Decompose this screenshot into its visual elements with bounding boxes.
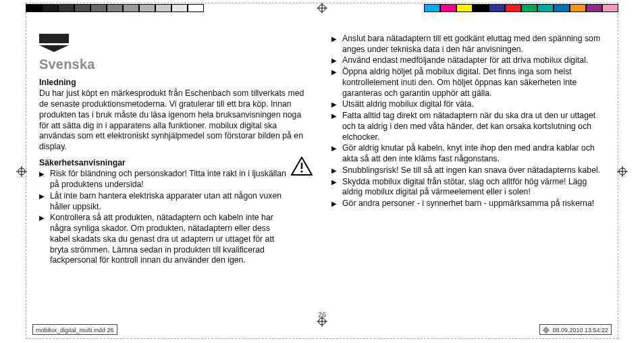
left-column: Svenska Inledning Du har just köpt en mä… (39, 34, 313, 315)
list-item: Gör aldrig knutar på kabeln, knyt inte i… (331, 143, 605, 164)
safety-list-left: Risk för bländning och personskador! Tit… (39, 169, 291, 266)
footer-filename: mobilux_digital_multi.indd 26 (32, 324, 117, 335)
registration-mark-icon (617, 166, 628, 177)
list-item: Använd endast medföljande nätadapter för… (331, 55, 605, 66)
list-item: Kontrollera så att produkten, nätadapter… (39, 213, 291, 266)
list-item: Fatta alltid tag direkt om nätadaptern n… (331, 111, 605, 142)
list-item: Utsätt aldrig mobilux digital för väta. (331, 99, 605, 110)
registration-mark-icon (317, 3, 327, 14)
page-content: Svenska Inledning Du har just köpt en mä… (39, 34, 605, 315)
section-tab-arrow-icon (39, 45, 69, 52)
list-item: Risk för bländning och personskador! Tit… (39, 169, 291, 190)
cmyk-colorbar (424, 4, 618, 12)
list-item: Skydda mobilux digital från stötar, slag… (331, 177, 605, 198)
svg-point-14 (300, 170, 302, 172)
list-item: Gör andra personer - i synnerhet barn - … (331, 199, 605, 209)
registration-mark-icon (16, 166, 27, 177)
safety-list-right: Anslut bara nätadaptern till ett godkänt… (331, 34, 605, 209)
intro-body: Du har just köpt en märkesprodukt från E… (39, 88, 313, 152)
warning-icon (291, 157, 313, 176)
footer-timestamp: 08.09.2010 13:54:22 (539, 324, 612, 335)
list-item: Öppna aldrig höljet på mobilux digital. … (331, 67, 605, 99)
grayscale-colorbar (26, 4, 204, 12)
list-item: Låt inte barn hantera elektriska apparat… (39, 191, 291, 212)
safety-heading: Säkerhetsanvisningar (39, 158, 291, 169)
list-item: Snubblingsrisk! Se till så att ingen kan… (331, 165, 605, 176)
list-item: Anslut bara nätadaptern till ett godkänt… (331, 34, 605, 55)
section-tab-icon (39, 34, 69, 43)
footer-date-text: 08.09.2010 13:54:22 (552, 327, 608, 334)
intro-heading: Inledning (39, 78, 313, 88)
print-footer: mobilux_digital_multi.indd 26 08.09.2010… (32, 324, 612, 335)
registration-mark-icon (543, 327, 549, 334)
page-number: 26 (0, 311, 644, 319)
language-heading: Svenska (39, 56, 313, 74)
right-column: Anslut bara nätadaptern till ett godkänt… (331, 34, 605, 315)
